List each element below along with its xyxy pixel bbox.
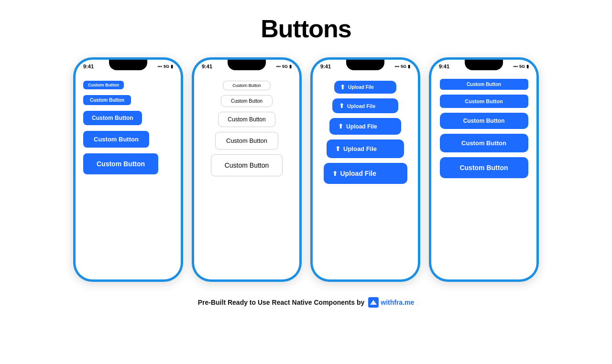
battery-icon-3: ▮ <box>408 64 410 69</box>
phone3-btn-2[interactable]: ⬆ Upload File <box>332 98 398 113</box>
phone4-btn-1[interactable]: Custom Button <box>440 79 528 90</box>
upload-icon-5: ⬆ <box>332 170 338 177</box>
signal-icon-1: ▪▪▪ <box>157 64 162 69</box>
phone3-btn-4[interactable]: ⬆ Upload File <box>327 139 404 158</box>
withfra-logo-icon <box>368 297 379 308</box>
battery-icon-1: ▮ <box>171 64 173 69</box>
upload-icon-4: ⬆ <box>335 145 340 152</box>
phone2-btn-3[interactable]: Custom Button <box>218 112 275 127</box>
phone4-btn-5[interactable]: Custom Button <box>440 157 528 178</box>
battery-icon-4: ▮ <box>526 64 529 69</box>
phone1-btn-3[interactable]: Custom Button <box>83 111 142 125</box>
status-icons-3: ▪▪▪ 5G ▮ <box>394 64 410 69</box>
phones-container: 9:41 ▪▪▪ 5G ▮ Custom Button Custom Butto… <box>73 57 539 282</box>
phone4-btn-2[interactable]: Custom Button <box>440 95 528 108</box>
phone3-btn-3[interactable]: ⬆ Upload File <box>329 118 401 135</box>
signal-icon-3: ▪▪▪ <box>394 64 399 69</box>
status-bar-3: 9:41 ▪▪▪ 5G ▮ <box>313 60 418 71</box>
phone2-content: Custom Button Custom Button Custom Butto… <box>194 71 299 186</box>
phone3-btn-5[interactable]: ⬆ Upload File <box>324 163 407 184</box>
phone2-btn-5[interactable]: Custom Button <box>211 154 283 176</box>
upload-icon-1: ⬆ <box>340 84 345 91</box>
network-type-1: 5G <box>164 64 169 69</box>
battery-icon-2: ▮ <box>289 64 292 69</box>
signal-icon-4: ▪▪▪ <box>513 64 518 69</box>
upload-label-3: Upload File <box>346 123 377 130</box>
status-icons-1: ▪▪▪ 5G ▮ <box>157 64 173 69</box>
phone3-btn-1[interactable]: ⬆ Upload File <box>334 81 396 94</box>
phone4-btn-3[interactable]: Custom Button <box>440 113 528 129</box>
footer: Pre-Built Ready to Use React Native Comp… <box>198 297 415 308</box>
phone2-btn-2[interactable]: Custom Button <box>221 95 273 107</box>
phone1-btn-5[interactable]: Custom Button <box>83 153 158 174</box>
footer-text: Pre-Built Ready to Use React Native Comp… <box>198 299 365 306</box>
network-type-2: 5G <box>282 64 288 69</box>
status-icons-2: ▪▪▪ 5G ▮ <box>276 64 292 69</box>
status-time-1: 9:41 <box>83 64 94 69</box>
status-bar-4: 9:41 ▪▪▪ 5G ▮ <box>431 60 536 71</box>
phone-2: 9:41 ▪▪▪ 5G ▮ Custom Button Custom Butto… <box>192 57 302 282</box>
phone1-btn-1[interactable]: Custom Button <box>83 81 124 89</box>
phone1-content: Custom Button Custom Button Custom Butto… <box>76 71 181 184</box>
upload-label-1: Upload File <box>348 85 374 90</box>
phone1-btn-4[interactable]: Custom Button <box>83 131 149 148</box>
status-time-4: 9:41 <box>439 64 449 69</box>
network-type-3: 5G <box>401 64 406 69</box>
phone3-content: ⬆ Upload File ⬆ Upload File ⬆ Upload Fil… <box>313 71 418 193</box>
status-time-2: 9:41 <box>202 64 212 69</box>
network-type-4: 5G <box>519 64 525 69</box>
withfra-brand-name: withfra.me <box>381 299 414 306</box>
status-icons-4: ▪▪▪ 5G ▮ <box>513 64 529 69</box>
upload-label-4: Upload File <box>343 145 377 152</box>
phone-4: 9:41 ▪▪▪ 5G ▮ Custom Button Custom Butto… <box>429 57 539 282</box>
upload-label-2: Upload File <box>347 103 375 109</box>
phone2-btn-4[interactable]: Custom Button <box>215 132 278 150</box>
phone4-content: Custom Button Custom Button Custom Butto… <box>431 71 536 186</box>
phone-3: 9:41 ▪▪▪ 5G ▮ ⬆ Upload File ⬆ Upload Fil… <box>310 57 420 282</box>
phone4-btn-4[interactable]: Custom Button <box>440 134 528 152</box>
signal-icon-2: ▪▪▪ <box>276 64 281 69</box>
page-title: Buttons <box>261 14 351 43</box>
phone-1: 9:41 ▪▪▪ 5G ▮ Custom Button Custom Butto… <box>73 57 183 282</box>
status-bar-1: 9:41 ▪▪▪ 5G ▮ <box>76 60 181 71</box>
withfra-logo: withfra.me <box>368 297 414 308</box>
upload-icon-2: ⬆ <box>339 102 344 109</box>
upload-label-5: Upload File <box>340 170 376 177</box>
status-bar-2: 9:41 ▪▪▪ 5G ▮ <box>194 60 299 71</box>
phone2-btn-1[interactable]: Custom Button <box>223 81 271 90</box>
phone1-btn-2[interactable]: Custom Button <box>83 95 131 105</box>
status-time-3: 9:41 <box>320 64 331 69</box>
upload-icon-3: ⬆ <box>338 123 343 130</box>
